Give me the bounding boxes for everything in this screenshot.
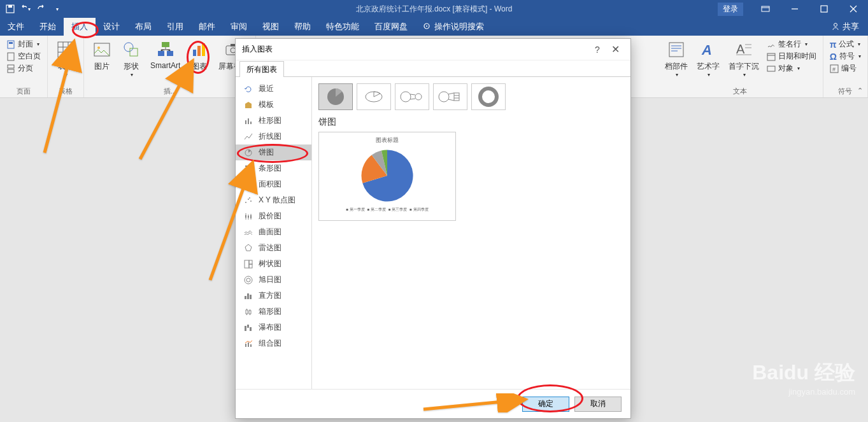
svg-rect-10 [8,65,14,68]
wordart-button[interactable]: A艺术字▾ [693,38,723,87]
object-button[interactable]: 对象▾ [764,62,819,74]
menu-review[interactable]: 审阅 [223,18,255,36]
svg-rect-12 [58,42,73,57]
subtype-doughnut[interactable] [471,83,506,110]
quick-parts-button[interactable]: 档部件▾ [661,38,692,87]
menu-help[interactable]: 帮助 [287,18,318,36]
svg-rect-44 [245,215,246,218]
qat-customize-icon[interactable]: ▾ [52,4,62,14]
menu-insert[interactable]: 插入 [64,18,96,36]
undo-icon[interactable]: ▾ [20,4,31,14]
menu-baidu[interactable]: 百度网盘 [367,18,415,36]
subtype-pie-of-pie[interactable] [395,83,429,110]
svg-text:A: A [736,42,745,56]
menu-file[interactable]: 文件 [0,18,32,36]
svg-rect-34 [248,118,249,124]
svg-rect-7 [8,41,14,48]
quick-parts-icon [666,39,687,60]
minimize-icon[interactable] [780,0,809,18]
close-icon[interactable] [839,0,868,18]
number-button[interactable]: #编号 [827,62,864,74]
wordart-icon: A [698,39,718,60]
chart-type-pie[interactable]: 饼图 [236,144,311,160]
svg-point-66 [415,94,422,100]
save-icon[interactable] [5,4,15,14]
ribbon-group-text: 档部件▾ A艺术字▾ A首字下沉▾ 签名行▾ 日期和时间 对象▾ 文本 [657,36,823,97]
share-button[interactable]: 共享 [822,21,868,32]
cancel-button[interactable]: 取消 [574,397,622,412]
treemap-icon [243,259,253,269]
shapes-icon [121,39,141,60]
dialog-close-icon[interactable]: ✕ [606,43,624,55]
shapes-button[interactable]: 形状▾ [117,38,145,87]
subtype-pie-3d[interactable] [357,83,391,110]
signature-button[interactable]: 签名行▾ [764,38,819,50]
chart-type-radar[interactable]: 雷达图 [236,240,311,256]
svg-point-6 [834,24,837,27]
recent-icon [243,84,253,94]
menu-home[interactable]: 开始 [32,18,64,36]
ribbon-group-tables: 表格▾ 表格 [48,36,84,97]
equation-button[interactable]: π公式▾ [827,38,864,50]
chart-type-recent[interactable]: 最近 [236,81,311,97]
chart-type-waterfall[interactable]: 瀑布图 [236,320,311,335]
maximize-icon[interactable] [809,0,839,18]
menu-design[interactable]: 设计 [96,18,127,36]
svg-rect-60 [245,344,246,347]
chart-type-boxwhisker[interactable]: 箱形图 [236,304,311,320]
ribbon-options-icon[interactable] [751,0,780,18]
menu-mailings[interactable]: 邮件 [191,18,223,36]
dialog-titlebar: 插入图表 ? ✕ [236,39,630,60]
chart-button[interactable]: 图表 [185,38,213,87]
svg-rect-62 [250,344,252,347]
menu-tellme[interactable]: 操作说明搜索 [415,18,492,36]
ribbon-group-pages: 封面▾ 空白页 分页 页面 [0,36,48,97]
table-button[interactable]: 表格▾ [52,38,80,87]
chart-type-area[interactable]: 面积图 [236,176,311,192]
chart-type-histogram[interactable]: 直方图 [236,288,311,304]
chart-type-line[interactable]: 折线图 [236,129,311,144]
tellme-label: 操作说明搜索 [434,21,484,32]
chart-type-bar[interactable]: 条形图 [236,160,311,176]
dialog-help-icon[interactable]: ? [588,45,606,55]
chart-preview[interactable]: 图表标题 ■ 第一季度 ■ 第二季度 ■ 第三季度 ■ 第四季度 [318,132,456,221]
chart-type-surface[interactable]: 曲面图 [236,224,311,240]
menu-layout[interactable]: 布局 [127,18,159,36]
symbol-button[interactable]: Ω符号▾ [827,50,864,62]
pictures-button[interactable]: 图片 [88,38,116,87]
smartart-button[interactable]: SmartArt [146,38,184,87]
svg-point-69 [480,88,497,105]
svg-text:#: # [832,66,836,73]
svg-point-42 [250,200,252,202]
chart-type-scatter[interactable]: X Y 散点图 [236,192,311,208]
cover-page-button[interactable]: 封面▾ [4,38,43,50]
svg-point-14 [97,46,100,49]
boxwhisker-icon [243,307,253,317]
login-button[interactable]: 登录 [718,3,743,16]
subtype-pie[interactable] [318,83,353,110]
menu-special[interactable]: 特色功能 [318,18,367,36]
svg-rect-29 [767,53,775,60]
chart-type-column[interactable]: 柱形图 [236,113,311,129]
redo-icon[interactable] [36,4,46,14]
datetime-button[interactable]: 日期和时间 [764,50,819,62]
chart-type-template[interactable]: 模板 [236,97,311,113]
chart-type-treemap[interactable]: 树状图 [236,256,311,272]
chart-type-sunburst[interactable]: 旭日图 [236,272,311,288]
subtype-bar-of-pie[interactable] [433,83,467,110]
ribbon-collapse-icon[interactable]: ⌃ [857,87,863,95]
svg-rect-18 [158,51,164,56]
chart-type-stock[interactable]: 股价图 [236,208,311,224]
chart-type-combo[interactable]: 组合图 [236,335,311,351]
menubar: 文件 开始 插入 设计 布局 引用 邮件 审阅 视图 帮助 特色功能 百度网盘 … [0,18,868,36]
dropcap-button[interactable]: A首字下沉▾ [725,38,763,87]
tab-all-charts[interactable]: 所有图表 [239,61,284,77]
quick-access-toolbar: ▾ ▾ [0,4,68,14]
ok-button[interactable]: 确定 [522,397,569,412]
blank-page-button[interactable]: 空白页 [4,50,43,62]
column-icon [243,116,253,126]
menu-references[interactable]: 引用 [159,18,191,36]
menu-view[interactable]: 视图 [255,18,287,36]
page-break-button[interactable]: 分页 [4,62,43,74]
svg-rect-45 [248,216,249,218]
